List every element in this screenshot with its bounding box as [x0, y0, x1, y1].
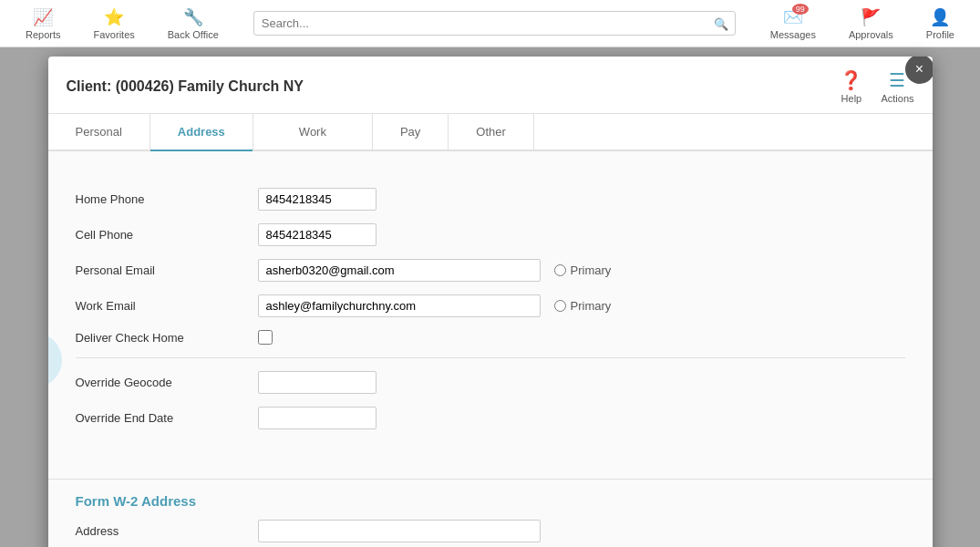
personal-email-primary-group: Primary	[554, 263, 612, 277]
nav-approvals[interactable]: 🚩 Approvals	[832, 7, 910, 40]
approvals-icon: 🚩	[861, 7, 881, 27]
cell-phone-row: Cell Phone	[76, 223, 905, 246]
override-end-date-input[interactable]	[258, 407, 377, 429]
modal-header-actions: ❓ Help ☰ Actions	[840, 69, 913, 104]
modal-content-wrapper: Home Phone Cell Phone Personal Email	[48, 151, 933, 547]
home-phone-row: Home Phone	[76, 188, 905, 211]
search-icon: 🔍	[714, 16, 728, 30]
deliver-check-home-checkbox[interactable]	[258, 330, 273, 345]
nav-profile[interactable]: 👤 Profile	[910, 7, 971, 40]
close-button[interactable]: ×	[905, 57, 933, 84]
modal-overlay: × Client: (000426) Family Church NY ❓ He…	[0, 47, 980, 547]
nav-backoffice[interactable]: 🔧 Back Office	[151, 7, 235, 40]
cell-phone-input[interactable]	[258, 223, 377, 246]
backoffice-icon: 🔧	[183, 7, 203, 27]
work-circle: Work	[299, 125, 326, 139]
w2-address-label: Address	[76, 524, 258, 538]
form-divider	[76, 357, 905, 358]
tab-address[interactable]: Address	[150, 114, 253, 150]
override-geocode-row: Override Geocode	[76, 371, 905, 394]
work-email-primary-label: Primary	[571, 299, 612, 313]
nav-reports[interactable]: 📈 Reports	[9, 7, 77, 40]
client-modal: × Client: (000426) Family Church NY ❓ He…	[48, 57, 933, 547]
work-email-primary-group: Primary	[554, 299, 612, 313]
help-button[interactable]: ❓ Help	[840, 69, 862, 104]
w2-address-row: Address	[76, 520, 905, 542]
personal-email-primary-label: Primary	[571, 263, 612, 277]
tab-bar: Personal Address Work Pay Other	[48, 114, 933, 151]
profile-icon: 👤	[930, 7, 950, 27]
help-icon: ❓	[840, 69, 862, 91]
favorites-icon: ⭐	[104, 7, 124, 27]
personal-email-label: Personal Email	[76, 263, 258, 277]
w2-section: Form W-2 Address Address	[48, 480, 933, 547]
home-phone-label: Home Phone	[76, 192, 258, 206]
modal-title: Client: (000426) Family Church NY	[67, 78, 304, 95]
nav-favorites[interactable]: ⭐ Favorites	[77, 7, 151, 40]
search-bar: 🔍	[253, 11, 736, 36]
actions-icon: ☰	[889, 69, 905, 91]
tab-pay[interactable]: Pay	[373, 114, 449, 150]
w2-title: Form W-2 Address	[76, 493, 905, 509]
deliver-check-home-row: Deliver Check Home	[76, 330, 905, 345]
reports-icon: 📈	[33, 7, 53, 27]
personal-email-row: Personal Email Primary	[76, 259, 905, 282]
nav-messages[interactable]: ✉️ 99 Messages	[754, 7, 832, 40]
contact-form-section: Home Phone Cell Phone Personal Email	[76, 170, 905, 460]
deliver-check-home-label: Deliver Check Home	[76, 331, 258, 345]
work-email-label: Work Email	[76, 299, 258, 313]
tab-work[interactable]: Work	[253, 114, 373, 150]
override-geocode-input[interactable]	[258, 371, 377, 394]
w2-address-input[interactable]	[258, 520, 541, 542]
override-end-date-label: Override End Date	[76, 411, 258, 425]
cell-phone-label: Cell Phone	[76, 228, 258, 242]
tab-personal[interactable]: Personal	[48, 114, 150, 150]
modal-body: Home Phone Cell Phone Personal Email	[48, 151, 933, 480]
tab-other[interactable]: Other	[449, 114, 534, 150]
override-geocode-label: Override Geocode	[76, 376, 258, 389]
personal-email-input[interactable]	[258, 259, 541, 282]
top-navigation: 📈 Reports ⭐ Favorites 🔧 Back Office 🔍 ✉️…	[0, 0, 980, 47]
work-email-input[interactable]	[258, 294, 541, 317]
home-phone-input[interactable]	[258, 188, 377, 211]
override-end-date-row: Override End Date	[76, 407, 905, 429]
messages-icon: ✉️ 99	[783, 7, 803, 27]
work-email-row: Work Email Primary	[76, 294, 905, 317]
work-email-primary-radio[interactable]	[554, 300, 566, 312]
personal-email-primary-radio[interactable]	[554, 264, 566, 276]
search-input[interactable]	[253, 11, 736, 36]
modal-header: Client: (000426) Family Church NY ❓ Help…	[48, 57, 933, 114]
